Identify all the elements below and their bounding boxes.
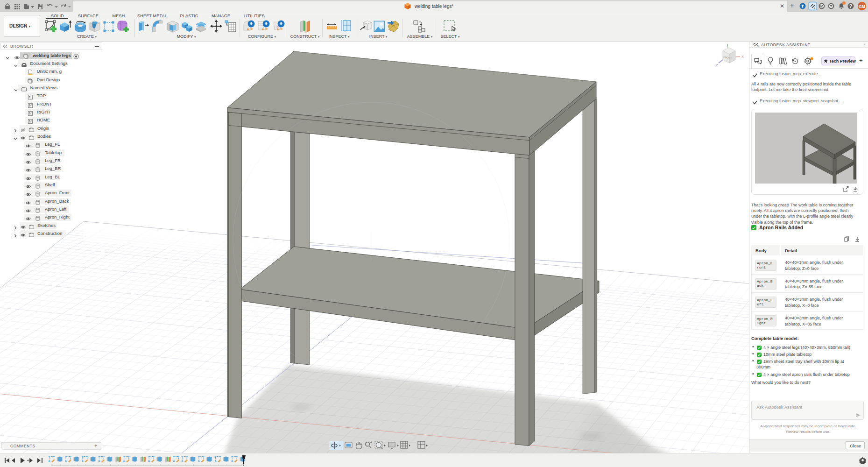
svg-text:?: ? — [849, 3, 852, 9]
svg-text:Z: Z — [716, 63, 718, 67]
svg-text:X: X — [741, 55, 744, 59]
svg-text:GM: GM — [859, 4, 865, 9]
